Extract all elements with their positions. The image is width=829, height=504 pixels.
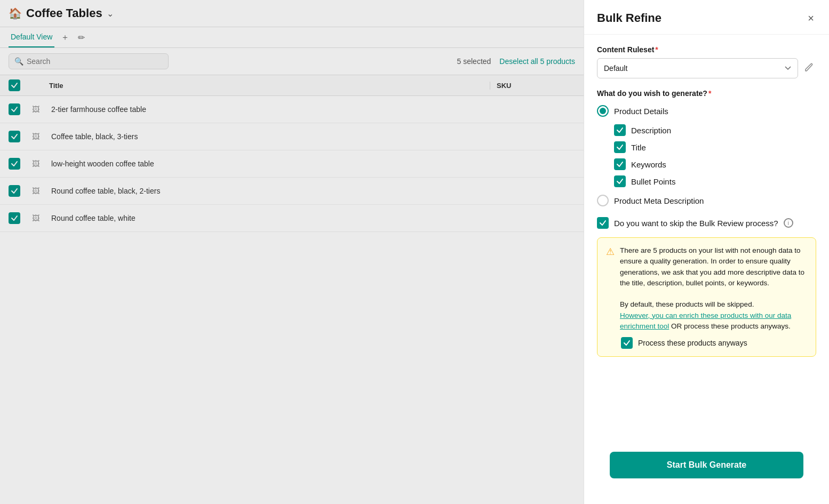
bulk-refine-panel: Bulk Refine × Content Ruleset* Default W…: [584, 0, 829, 504]
search-input[interactable]: [27, 57, 163, 66]
title-label: Title: [631, 143, 646, 152]
title-checkbox[interactable]: [614, 141, 626, 153]
row-image-icon-3: 🖼: [32, 159, 45, 168]
column-title: Title: [32, 82, 483, 90]
process-anyway-checkbox[interactable]: [621, 337, 633, 349]
close-button[interactable]: ×: [806, 11, 816, 26]
content-ruleset-select[interactable]: Default: [597, 58, 798, 78]
bullet-points-checkbox-row[interactable]: Bullet Points: [614, 175, 816, 187]
required-star: *: [655, 45, 658, 54]
search-bar: 🔍 5 selected Deselect all 5 products: [0, 48, 584, 75]
process-anyway-row[interactable]: Process these products anyways: [621, 337, 807, 349]
row-title-5: Round coffee table, white: [51, 214, 575, 222]
generate-question-label: What do you wish to generate?*: [597, 89, 816, 98]
row-checkbox-5[interactable]: [9, 212, 26, 224]
warning-top: ⚠ There are 5 products on your list with…: [606, 245, 807, 332]
warning-box: ⚠ There are 5 products on your list with…: [597, 237, 816, 357]
warning-text-3: OR process these products anyways.: [671, 322, 791, 330]
row-image-icon-1: 🖼: [32, 105, 45, 114]
keywords-checkbox[interactable]: [614, 158, 626, 170]
tab-default-view[interactable]: Default View: [9, 27, 54, 47]
content-ruleset-label: Content Ruleset*: [597, 45, 816, 54]
row-checkbox-4[interactable]: [9, 185, 26, 197]
skip-review-label: Do you want to skip the Bulk Review proc…: [614, 219, 778, 228]
description-label: Description: [631, 126, 671, 135]
table-row: 🖼 low-height wooden coffee table: [0, 150, 584, 178]
panel-header: Bulk Refine ×: [584, 0, 829, 35]
table-header: Title SKU: [0, 75, 584, 96]
product-meta-label: Product Meta Description: [614, 196, 704, 205]
bullet-points-checkbox[interactable]: [614, 175, 626, 187]
keywords-checkbox-row[interactable]: Keywords: [614, 158, 816, 170]
edit-ruleset-button[interactable]: [802, 60, 816, 77]
warning-text-2: By default, these products will be skipp…: [620, 300, 754, 308]
panel-footer: Start Bulk Generate: [584, 452, 829, 504]
row-image-icon-2: 🖼: [32, 132, 45, 141]
row-image-icon-5: 🖼: [32, 214, 45, 222]
tabs-bar: Default View ＋ ✏: [0, 27, 584, 48]
header-checkbox[interactable]: [9, 79, 26, 91]
product-details-label: Product Details: [614, 107, 668, 116]
panel-title: Bulk Refine: [597, 11, 661, 25]
description-checkbox-row[interactable]: Description: [614, 124, 816, 136]
product-details-radio-circle[interactable]: [597, 105, 609, 117]
column-sku: SKU: [490, 82, 575, 90]
panel-body: Content Ruleset* Default What do you wis…: [584, 35, 829, 452]
search-icon: 🔍: [14, 57, 23, 66]
row-title-3: low-height wooden coffee table: [51, 159, 575, 168]
select-wrapper: Default: [597, 58, 816, 78]
sub-checkboxes: Description Title Keywords Bullet Points: [614, 124, 816, 187]
search-input-wrapper: 🔍: [9, 53, 169, 69]
chevron-down-icon[interactable]: ⌄: [107, 9, 114, 19]
row-title-1: 2-tier farmhouse coffee table: [51, 105, 575, 114]
warning-text-1: There are 5 products on your list with n…: [620, 246, 804, 287]
table-row: 🖼 Round coffee table, white: [0, 205, 584, 232]
page-title: Coffee Tables: [26, 6, 102, 20]
warning-text: There are 5 products on your list with n…: [620, 245, 807, 332]
row-checkbox-2[interactable]: [9, 131, 26, 142]
info-icon[interactable]: i: [784, 218, 793, 228]
home-icon: 🏠: [9, 7, 22, 20]
product-meta-radio[interactable]: Product Meta Description: [597, 195, 816, 206]
description-checkbox[interactable]: [614, 124, 626, 136]
process-anyway-label: Process these products anyways: [638, 339, 747, 347]
tab-edit-button[interactable]: ✏: [76, 30, 87, 45]
left-panel: 🏠 Coffee Tables ⌄ Default View ＋ ✏ 🔍 5 s…: [0, 0, 584, 504]
row-title-4: Round coffee table, black, 2-tiers: [51, 187, 575, 195]
top-bar: 🏠 Coffee Tables ⌄: [0, 0, 584, 27]
table-row: 🖼 Round coffee table, black, 2-tiers: [0, 178, 584, 205]
table-rows: 🖼 2-tier farmhouse coffee table 🖼 Coffee…: [0, 96, 584, 504]
selected-count: 5 selected: [457, 57, 491, 66]
row-image-icon-4: 🖼: [32, 187, 45, 195]
start-bulk-generate-button[interactable]: Start Bulk Generate: [610, 452, 803, 478]
skip-review-row[interactable]: Do you want to skip the Bulk Review proc…: [597, 217, 816, 229]
deselect-all-link[interactable]: Deselect all 5 products: [499, 57, 575, 66]
required-star-2: *: [708, 89, 711, 98]
row-checkbox-3[interactable]: [9, 158, 26, 170]
tab-add-button[interactable]: ＋: [59, 30, 71, 45]
bullet-points-label: Bullet Points: [631, 177, 675, 186]
product-meta-radio-circle[interactable]: [597, 195, 609, 206]
table-row: 🖼 2-tier farmhouse coffee table: [0, 96, 584, 123]
skip-review-checkbox[interactable]: [597, 217, 609, 229]
keywords-label: Keywords: [631, 160, 666, 169]
row-checkbox-1[interactable]: [9, 103, 26, 115]
table-row: 🖼 Coffee table, black, 3-tiers: [0, 123, 584, 150]
row-title-2: Coffee table, black, 3-tiers: [51, 132, 575, 141]
title-checkbox-row[interactable]: Title: [614, 141, 816, 153]
warning-icon: ⚠: [606, 246, 615, 332]
product-details-radio[interactable]: Product Details: [597, 105, 816, 117]
